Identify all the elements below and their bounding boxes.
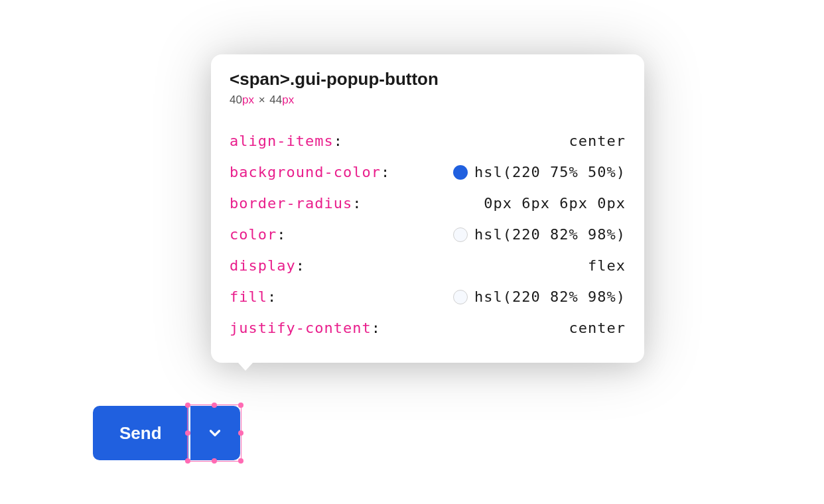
css-property-name: border-radius:	[230, 188, 362, 219]
css-property-row: color: hsl(220 82% 98%)	[230, 219, 626, 250]
css-property-value: hsl(220 82% 98%)	[453, 219, 626, 250]
css-property-value: 0px 6px 6px 0px	[484, 188, 626, 219]
split-button-group: Send	[93, 406, 240, 460]
dim-width-unit: px	[242, 94, 254, 106]
css-property-row: display: flex	[230, 250, 626, 281]
css-property-row: border-radius: 0px 6px 6px 0px	[230, 188, 626, 219]
css-property-name: fill:	[230, 281, 277, 312]
tooltip-arrow-icon	[238, 362, 253, 371]
popup-button[interactable]	[190, 406, 240, 460]
send-button[interactable]: Send	[93, 406, 188, 460]
css-property-value: center	[569, 312, 626, 344]
selection-handle-icon	[238, 403, 243, 408]
css-property-value: flex	[588, 250, 626, 281]
dim-width: 40	[230, 94, 242, 106]
color-swatch-icon	[453, 227, 468, 242]
selector-class: .gui-popup-button	[290, 69, 439, 89]
selection-handle-icon	[238, 458, 243, 464]
css-properties-list: align-items: center background-color: hs…	[230, 125, 626, 344]
css-property-value: hsl(220 75% 50%)	[453, 157, 626, 188]
css-property-row: background-color: hsl(220 75% 50%)	[230, 157, 626, 188]
chevron-down-icon	[206, 424, 224, 442]
css-property-row: fill: hsl(220 82% 98%)	[230, 281, 626, 312]
tooltip-dimensions: 40px × 44px	[230, 94, 626, 107]
css-property-value: hsl(220 82% 98%)	[453, 281, 626, 312]
dim-height-unit: px	[282, 94, 294, 106]
css-property-name: align-items:	[230, 125, 343, 157]
css-property-name: display:	[230, 250, 305, 281]
inspector-tooltip: <span>.gui-popup-button 40px × 44px alig…	[211, 54, 644, 363]
dim-times: ×	[259, 94, 265, 106]
css-property-value: center	[569, 125, 626, 157]
css-property-name: background-color:	[230, 157, 390, 188]
selector-tag: <span>	[230, 69, 290, 89]
dim-height: 44	[269, 94, 282, 106]
popup-button-wrap	[188, 406, 240, 460]
color-swatch-icon	[453, 290, 468, 304]
css-property-row: justify-content: center	[230, 312, 626, 344]
tooltip-selector: <span>.gui-popup-button	[230, 69, 626, 90]
css-property-row: align-items: center	[230, 125, 626, 157]
color-swatch-icon	[453, 165, 468, 180]
css-property-name: color:	[230, 219, 286, 250]
css-property-name: justify-content:	[230, 312, 381, 344]
